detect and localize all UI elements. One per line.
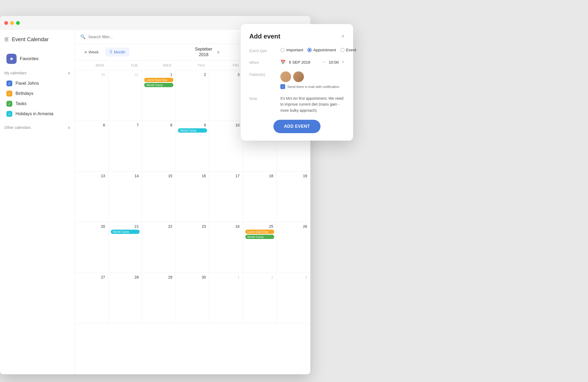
week-3: 13 14 15 16 17 18 19 (75, 172, 310, 222)
event-type-row: Event type Important Appointment Event (249, 48, 345, 53)
sidebar-item-birthdays[interactable]: ✓ Birthdays (4, 88, 70, 99)
cell-sep16[interactable]: 16 (176, 172, 209, 222)
week-view-button[interactable]: ≡ Week (80, 48, 103, 56)
cell-sep24[interactable]: 24 (209, 222, 243, 273)
note-text[interactable]: It's Mrs An first appointment. We need t… (280, 95, 345, 113)
month-title: Septeber 2018 (195, 47, 212, 58)
date-sep14: 14 (111, 174, 140, 178)
other-calendars-chevron[interactable]: ∨ (68, 125, 70, 130)
cell-sep3[interactable]: 3 (209, 70, 243, 121)
date-sep22: 22 (144, 224, 173, 229)
cell-oct1[interactable]: 1 (209, 273, 243, 323)
cell-sep28[interactable]: 28 (109, 273, 142, 323)
cell-sep15[interactable]: 15 (142, 172, 176, 222)
event-world-camp-2[interactable]: World Camp (178, 128, 207, 133)
send-email-checkbox[interactable]: ✓ (280, 84, 285, 89)
when-content: 📅 6 SEP 2018 − 10:00 + (280, 59, 345, 65)
event-world-camp-4[interactable]: World Camp (245, 235, 274, 239)
date-sep15: 15 (144, 174, 173, 178)
month-label: Month (114, 50, 125, 54)
menu-icon[interactable]: ☰ (4, 37, 9, 43)
date-sep28: 28 (111, 275, 140, 279)
cell-sep21[interactable]: 21 World Camp (109, 222, 142, 273)
sidebar-item-tasks[interactable]: ✓ Tasks (4, 99, 70, 109)
time-increase-button[interactable]: + (342, 59, 345, 65)
cell-sep26[interactable]: 26 (277, 222, 310, 273)
cell-sep1[interactable]: 1 Lame Duck Day World Camp (142, 70, 176, 121)
week-5: 27 28 29 30 1 2 3 (75, 273, 310, 324)
date-sep21: 21 (111, 224, 140, 229)
month-view-button[interactable]: ⠿ Month (105, 48, 129, 57)
date-oct3: 3 (279, 275, 308, 279)
cell-sep2[interactable]: 2 (176, 70, 209, 121)
event-type-important[interactable]: Important (280, 48, 303, 52)
birthdays-checkbox[interactable]: ✓ (6, 91, 12, 97)
month-dropdown-arrow[interactable]: ∨ (215, 48, 222, 56)
maximize-button[interactable] (16, 21, 20, 25)
event-world-camp-3[interactable]: World Camp (111, 230, 140, 234)
date-sep2: 2 (178, 72, 207, 77)
cell-sep19[interactable]: 19 (277, 172, 310, 222)
cell-sep6[interactable]: 6 (75, 121, 109, 171)
cell-sep30[interactable]: 30 (176, 273, 209, 323)
favorites-item[interactable]: ★ Favorites (4, 51, 70, 67)
add-event-button[interactable]: ADD EVENT (273, 120, 321, 133)
my-calendars-chevron[interactable]: ∧ (68, 71, 70, 75)
sidebar-item-pavel-johns[interactable]: ✓ Pavel Johns (4, 78, 70, 88)
event-lame-duck-day-1[interactable]: Lame Duck Day (144, 78, 173, 82)
patient-avatar-1[interactable] (280, 71, 291, 82)
day-header-mon: MON (75, 61, 109, 70)
month-nav: Septeber 2018 ∨ (195, 47, 222, 58)
cell-sep14[interactable]: 14 (109, 172, 142, 222)
patient-avatar-2[interactable] (293, 71, 304, 82)
date-sep13: 13 (77, 174, 106, 178)
cell-aug31[interactable]: 31 (109, 70, 142, 121)
cell-oct2[interactable]: 2 (243, 273, 277, 323)
date-value[interactable]: 6 SEP 2018 (289, 60, 310, 64)
event-type-options: Important Appointment Event (280, 48, 356, 52)
send-email-label: Send them e-mail with notification (287, 85, 339, 89)
cell-sep13[interactable]: 13 (75, 172, 109, 222)
cell-sep25[interactable]: 25 Lame Duck Day World Camp (243, 222, 277, 273)
event-type-event[interactable]: Event (340, 48, 356, 52)
note-label: Note (249, 95, 276, 101)
event-world-camp-1[interactable]: World Camp (144, 83, 173, 87)
note-content: It's Mrs An first appointment. We need t… (280, 95, 345, 113)
event-lame-duck-day-2[interactable]: Lame Duck Day (245, 230, 274, 234)
cell-sep20[interactable]: 20 (75, 222, 109, 273)
patients-content: ✓ Send them e-mail with notification (280, 71, 345, 89)
date-sep1: 1 (144, 72, 173, 77)
tasks-checkbox[interactable]: ✓ (6, 101, 12, 107)
cell-sep23[interactable]: 23 (176, 222, 209, 273)
cell-aug30[interactable]: 30 (75, 70, 109, 121)
patients-label: Patient(s) (249, 71, 276, 77)
close-button[interactable] (4, 21, 8, 25)
holidays-checkbox[interactable]: ✓ (6, 111, 12, 117)
minimize-button[interactable] (10, 21, 14, 25)
cell-sep22[interactable]: 22 (142, 222, 176, 273)
note-row: Note It's Mrs An first appointment. We n… (249, 95, 345, 113)
cell-sep7[interactable]: 7 (109, 121, 142, 171)
add-event-panel: Add event × Event type Important Appoint… (241, 24, 353, 141)
cell-sep29[interactable]: 29 (142, 273, 176, 323)
cell-sep8[interactable]: 8 (142, 121, 176, 171)
pavel-johns-checkbox[interactable]: ✓ (6, 80, 12, 86)
date-oct1: 1 (212, 275, 241, 279)
sidebar-item-holidays[interactable]: ✓ Holidays in Armenia (4, 109, 70, 119)
tasks-label: Tasks (16, 101, 26, 106)
cell-sep9[interactable]: 9 World Camp (176, 121, 209, 171)
cell-sep10[interactable]: 10 (209, 121, 243, 171)
event-type-appointment[interactable]: Appointment (307, 48, 336, 52)
cell-sep17[interactable]: 17 (209, 172, 243, 222)
cell-sep18[interactable]: 18 (243, 172, 277, 222)
cell-sep27[interactable]: 27 (75, 273, 109, 323)
appointment-label: Appointment (313, 48, 336, 52)
close-panel-button[interactable]: × (341, 33, 345, 39)
date-sep8: 8 (144, 123, 173, 127)
date-sep9: 9 (178, 123, 207, 127)
cell-oct3[interactable]: 3 (277, 273, 310, 323)
pavel-johns-label: Pavel Johns (16, 81, 39, 86)
other-calendars-section: Other calendars ∨ (4, 125, 70, 130)
time-decrease-button[interactable]: − (323, 59, 326, 65)
radio-event (340, 48, 345, 52)
